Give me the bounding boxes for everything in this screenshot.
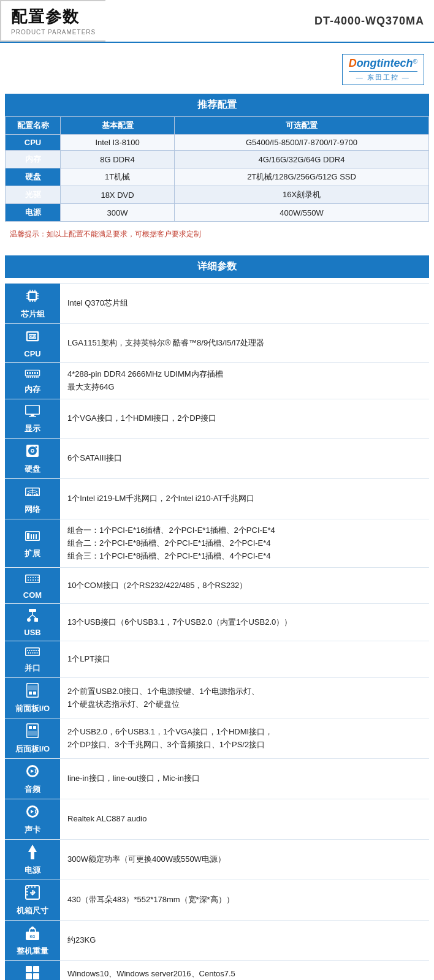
soundcard-icon <box>25 803 40 823</box>
config-optional: 4G/16G/32G/64G DDR4 <box>175 151 429 168</box>
svg-point-40 <box>36 447 37 448</box>
detail-value: 4*288-pin DDR4 2666MHz UDIMM内存插槽 最大支持64G <box>60 363 429 399</box>
recommended-section: 推荐配置 配置名称 基本配置 可选配置 CPU Intel I3-8100 G5… <box>0 94 434 246</box>
detail-value: 1个LPT接口 <box>60 641 429 677</box>
detail-row: 扩展组合一：1个PCI-E*16插槽、2个PCI-E*1插槽、2个PCI-E*4… <box>5 519 429 568</box>
svg-rect-90 <box>33 692 36 695</box>
svg-rect-50 <box>27 533 29 539</box>
svg-rect-73 <box>26 649 39 655</box>
col-header-optional: 可选配置 <box>175 117 429 135</box>
svg-line-68 <box>29 615 32 618</box>
detail-value: 13个USB接口（6个USB3.1，7个USB2.0（内置1个USB2.0）） <box>60 604 429 641</box>
detail-row: 声卡Realtek ALC887 audio <box>5 799 429 840</box>
svg-rect-52 <box>33 534 34 539</box>
svg-rect-20 <box>27 372 28 374</box>
weight-icon: KG <box>24 924 41 944</box>
svg-rect-45 <box>34 494 36 496</box>
detail-label: 硬盘 <box>25 464 40 475</box>
icon-cell-size: 机箱尺寸 <box>5 880 60 920</box>
page-title-en: PRODUCT PARAMETERS <box>11 29 96 36</box>
detail-row: 音频line-in接口，line-out接口，Mic-in接口 <box>5 759 429 799</box>
svg-rect-24 <box>37 372 38 374</box>
svg-rect-1 <box>29 293 36 299</box>
chip-icon <box>24 287 41 307</box>
detail-label: COM <box>23 590 42 600</box>
detail-value: 2个USB2.0，6个USB3.1，1个VGA接口，1个HDMI接口， 2个DP… <box>60 718 429 758</box>
detail-row: 电源300W额定功率（可更换400W或550W电源） <box>5 840 429 880</box>
svg-point-78 <box>34 650 36 651</box>
icon-cell-soundcard: 声卡 <box>5 799 60 839</box>
icon-cell-network: 网络 <box>5 479 60 519</box>
detail-row: USB13个USB接口（6个USB3.1，7个USB2.0（内置1个USB2.0… <box>5 604 429 641</box>
config-basic: Intel I3-8100 <box>61 135 175 151</box>
svg-point-56 <box>28 577 29 578</box>
svg-point-58 <box>32 577 34 578</box>
com-icon <box>24 571 41 589</box>
recommended-table: 配置名称 基本配置 可选配置 CPU Intel I3-8100 G5400/I… <box>5 116 429 222</box>
logo-area: Dongtintech® — 东田工控 — <box>0 49 434 90</box>
svg-point-77 <box>32 650 34 651</box>
svg-point-59 <box>35 577 36 578</box>
detail-value: line-in接口，line-out接口，Mic-in接口 <box>60 759 429 799</box>
svg-point-65 <box>37 579 39 581</box>
svg-rect-89 <box>29 692 32 695</box>
svg-point-74 <box>27 650 28 651</box>
svg-point-84 <box>34 652 36 654</box>
config-optional: 16X刻录机 <box>175 186 429 204</box>
col-header-name: 配置名称 <box>6 117 61 135</box>
detail-row: KG 整机重量约23KG <box>5 921 429 961</box>
svg-point-39 <box>32 450 34 452</box>
icon-cell-audio: 音频 <box>5 759 60 799</box>
detail-title: 详细参数 <box>5 255 429 278</box>
config-basic: 8G DDR4 <box>61 151 175 168</box>
os-icon <box>25 965 40 980</box>
detail-row: 内存4*288-pin DDR4 2666MHz UDIMM内存插槽 最大支持6… <box>5 363 429 399</box>
svg-rect-46 <box>36 494 38 496</box>
audio-icon <box>25 763 40 783</box>
icon-cell-memory: 内存 <box>5 363 60 399</box>
svg-line-69 <box>32 615 36 618</box>
table-row: CPU Intel I3-8100 G5400/I5-8500/I7-8700/… <box>6 135 429 151</box>
icon-cell-parallel: 并口 <box>5 641 60 677</box>
parallel-icon <box>24 645 41 662</box>
detail-value: 约23KG <box>60 921 429 960</box>
detail-row: 后面板I/O2个USB2.0，6个USB3.1，1个VGA接口，1个HDMI接口… <box>5 718 429 759</box>
detail-value: 组合一：1个PCI-E*16插槽、2个PCI-E*1插槽、2个PCI-E*4 组… <box>60 519 429 567</box>
network-icon <box>24 483 41 503</box>
detail-row: COM10个COM接口（2个RS232/422/485，8个RS232） <box>5 568 429 604</box>
table-row: 光驱 18X DVD 16X刻录机 <box>6 186 429 204</box>
svg-text:KG: KG <box>30 935 36 938</box>
cpu-icon: CPU <box>24 328 41 348</box>
detail-value: 300W额定功率（可更换400W或550W电源） <box>60 840 429 880</box>
config-name: 电源 <box>6 204 61 222</box>
config-name: 光驱 <box>6 186 61 204</box>
detail-label: 音频 <box>25 784 40 795</box>
svg-rect-33 <box>26 406 39 414</box>
svg-rect-44 <box>29 494 31 496</box>
detail-label: 声卡 <box>25 824 40 835</box>
page-header: 配置参数 PRODUCT PARAMETERS DT-4000-WQ370MA <box>0 0 434 43</box>
svg-rect-43 <box>27 494 29 496</box>
svg-rect-22 <box>32 372 33 374</box>
icon-cell-frontio: 前面板I/O <box>5 678 60 718</box>
usb-icon <box>24 608 41 627</box>
detail-value: 1个Intel i219-LM千兆网口，2个Intel i210-AT千兆网口 <box>60 479 429 519</box>
detail-value: 1个VGA接口，1个HDMI接口，2个DP接口 <box>60 399 429 438</box>
svg-rect-71 <box>34 618 38 622</box>
svg-point-60 <box>37 577 39 578</box>
model-number: DT-4000-WQ370MA <box>105 0 434 42</box>
svg-rect-34 <box>31 415 34 416</box>
detail-label: 并口 <box>25 663 40 674</box>
expand-icon <box>24 528 41 547</box>
svg-rect-35 <box>29 416 36 417</box>
svg-point-57 <box>30 577 31 578</box>
config-optional: G5400/I5-8500/I7-8700/I7-9700 <box>175 135 429 151</box>
detail-label: 芯片组 <box>21 309 45 320</box>
page-title-cn: 配置参数 <box>11 6 96 28</box>
svg-rect-51 <box>31 534 32 539</box>
svg-rect-113 <box>26 973 32 979</box>
detail-row: 芯片组Intel Q370芯片组 <box>5 283 429 324</box>
svg-rect-112 <box>33 966 39 972</box>
svg-rect-95 <box>33 726 36 729</box>
detail-value: 10个COM接口（2个RS232/422/485，8个RS232） <box>60 568 429 603</box>
